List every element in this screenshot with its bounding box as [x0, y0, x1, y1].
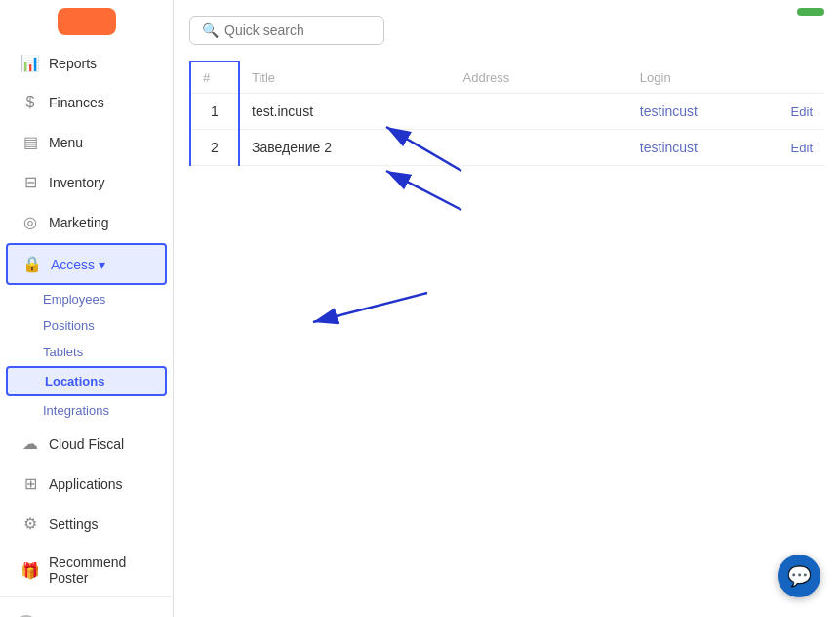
access-icon: 🔒	[23, 255, 41, 273]
tablets-label: Tablets	[43, 345, 83, 359]
sidebar-item-label: Settings	[49, 516, 99, 532]
col-header-edit	[770, 62, 824, 94]
sidebar-item-marketing[interactable]: ◎ Marketing	[6, 203, 167, 241]
logo-button[interactable]	[58, 8, 116, 35]
menu-icon: ▤	[21, 133, 39, 151]
sidebar-item-finances[interactable]: $ Finances	[6, 84, 167, 121]
svg-line-2	[313, 293, 427, 322]
search-bar: 🔍	[189, 16, 384, 45]
table-row: 1 test.incust testincust Edit	[190, 94, 824, 130]
row-edit-cell: Edit	[770, 130, 824, 166]
edit-button[interactable]: Edit	[791, 104, 813, 119]
recommend-poster-icon: 🎁	[21, 561, 39, 580]
main-content: 🔍 # Title Address Login 1 test.incust te…	[174, 0, 840, 617]
locations-table: # Title Address Login 1 test.incust test…	[189, 61, 824, 166]
col-header-login: Login	[628, 62, 770, 94]
chat-icon: 💬	[787, 564, 812, 588]
row-title: Заведение 2	[239, 130, 452, 166]
inventory-icon: ⊟	[21, 173, 39, 191]
sidebar-item-recommend-poster[interactable]: 🎁 Recommend Poster	[6, 545, 167, 596]
sidebar-item-label: Access ▾	[51, 257, 105, 272]
marketing-icon: ◎	[21, 213, 39, 231]
search-input[interactable]	[224, 22, 372, 38]
reports-icon: 📊	[21, 54, 39, 72]
col-header-address: Address	[452, 62, 628, 94]
sidebar-item-reports[interactable]: 📊 Reports	[6, 44, 167, 82]
sidebar-sub-tablets[interactable]: Tablets	[0, 339, 173, 365]
row-address	[452, 130, 628, 166]
edit-button[interactable]: Edit	[791, 141, 813, 155]
sidebar-item-label: Inventory	[49, 175, 105, 190]
sidebar-item-inventory[interactable]: ⊟ Inventory	[6, 163, 167, 201]
search-icon: 🔍	[202, 22, 219, 38]
sidebar-item-cloud-fiscal[interactable]: ☁ Cloud Fiscal	[6, 425, 167, 463]
sidebar-item-label: Recommend Poster	[49, 555, 151, 586]
row-num: 2	[190, 130, 239, 166]
sidebar-item-settings[interactable]: ⚙ Settings	[6, 505, 167, 543]
sidebar-sub-positions[interactable]: Positions	[0, 312, 173, 339]
sidebar-item-label: Finances	[49, 95, 104, 110]
user-menu[interactable]: 👤 Дмитрий ▾	[0, 605, 173, 617]
sidebar-bottom: 👤 Дмитрий ▾	[0, 596, 173, 617]
row-title: test.incust	[239, 94, 452, 130]
col-header-num: #	[190, 62, 239, 94]
row-login: testincust	[628, 94, 770, 130]
sidebar-item-menu[interactable]: ▤ Menu	[6, 123, 167, 161]
sidebar-item-label: Reports	[49, 56, 97, 71]
sidebar-sub-integrations[interactable]: Integrations	[0, 397, 173, 424]
sidebar: 📊 Reports $ Finances ▤ Menu ⊟ Inventory …	[0, 0, 174, 617]
table-row: 2 Заведение 2 testincust Edit	[190, 130, 824, 166]
sidebar-item-applications[interactable]: ⊞ Applications	[6, 465, 167, 503]
integrations-label: Integrations	[43, 403, 109, 418]
sidebar-item-label: Marketing	[49, 215, 108, 230]
applications-icon: ⊞	[21, 474, 39, 493]
sidebar-item-label: Applications	[49, 476, 123, 492]
settings-icon: ⚙	[21, 514, 39, 533]
cloud-fiscal-icon: ☁	[21, 434, 39, 453]
locations-label: Locations	[45, 374, 104, 389]
row-num: 1	[190, 94, 239, 130]
col-header-title: Title	[239, 62, 452, 94]
logo-area	[0, 8, 173, 35]
row-address	[452, 94, 628, 130]
row-login: testincust	[628, 130, 770, 166]
chat-bubble-button[interactable]: 💬	[778, 555, 820, 597]
sidebar-item-access[interactable]: 🔒 Access ▾	[6, 243, 167, 285]
svg-line-3	[386, 171, 461, 210]
top-action-button[interactable]	[797, 8, 824, 16]
employees-label: Employees	[43, 292, 105, 307]
finances-icon: $	[21, 94, 39, 111]
sidebar-sub-employees[interactable]: Employees	[0, 286, 173, 312]
positions-label: Positions	[43, 318, 95, 333]
sidebar-item-label: Menu	[49, 135, 83, 150]
row-edit-cell: Edit	[770, 94, 824, 130]
sidebar-item-label: Cloud Fiscal	[49, 436, 124, 452]
sidebar-sub-locations[interactable]: Locations	[6, 366, 167, 396]
